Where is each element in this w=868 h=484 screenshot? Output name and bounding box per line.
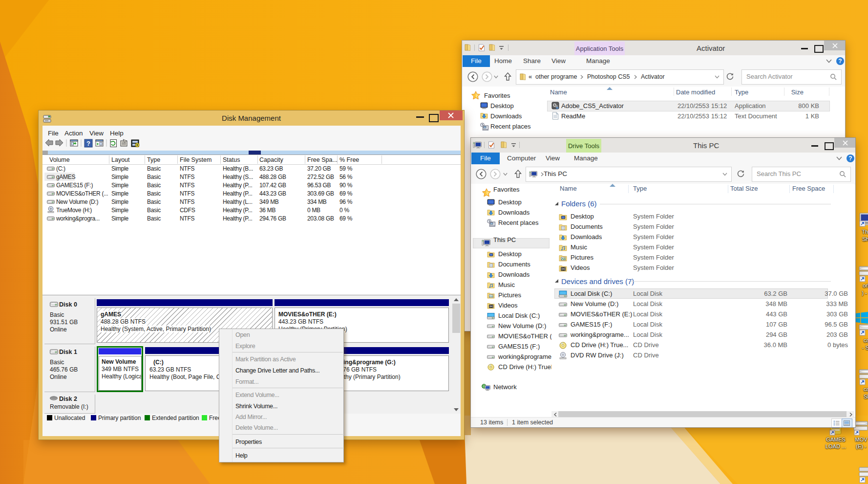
svg-text:?: ? <box>86 140 90 147</box>
svg-text:?: ? <box>838 58 842 65</box>
svg-text:?: ? <box>848 155 852 162</box>
